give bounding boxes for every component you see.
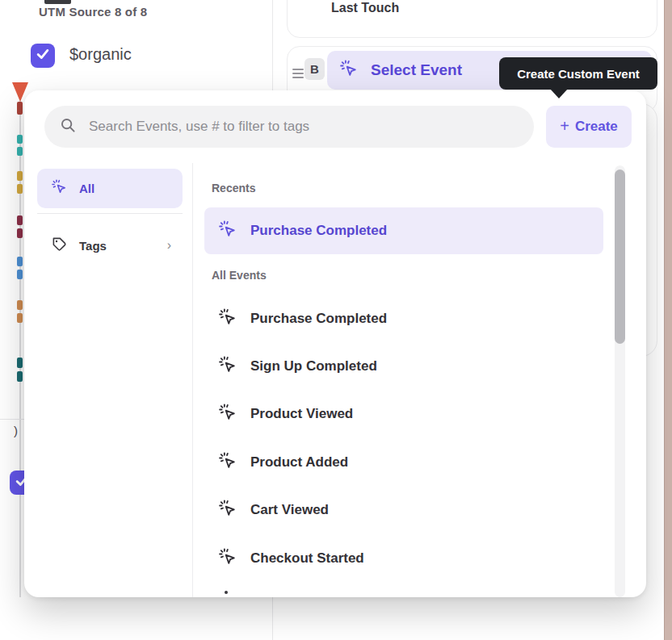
event-picker-panel: Search Events, use # to filter to tags +…	[24, 90, 646, 597]
select-event-label: Select Event	[371, 61, 462, 79]
clipped-next-row-fragment	[225, 591, 228, 594]
event-row[interactable]: Cart Viewed	[204, 487, 603, 533]
sidebar-all-label: All	[79, 182, 94, 195]
tag-icon	[52, 236, 67, 255]
chart-dash	[17, 171, 23, 181]
sidebar-divider	[37, 213, 183, 214]
search-placeholder: Search Events, use # to filter to tags	[89, 119, 309, 135]
recents-section-label: Recents	[212, 182, 255, 195]
event-row-label: Purchase Completed	[250, 311, 387, 327]
list-divider	[192, 163, 193, 597]
checkmark-icon	[35, 46, 51, 65]
tooltip: Create Custom Event	[499, 57, 657, 90]
event-spark-icon	[219, 308, 237, 329]
event-spark-icon	[219, 500, 237, 521]
create-event-button[interactable]: + Create	[546, 106, 632, 148]
event-row[interactable]: Product Added	[204, 439, 603, 486]
scrollbar-thumb[interactable]	[615, 169, 625, 344]
organic-label[interactable]: $organic	[69, 45, 132, 64]
event-row[interactable]: Sign Up Completed	[204, 343, 603, 390]
chart-dash	[17, 270, 23, 279]
chart-dash	[17, 358, 23, 368]
chart-dash	[17, 371, 23, 382]
event-row-label: Sign Up Completed	[250, 358, 377, 374]
event-spark-icon	[219, 548, 237, 569]
event-spark-icon	[219, 220, 237, 241]
event-spark-icon	[219, 356, 237, 377]
event-row-label: Purchase Completed	[250, 223, 387, 239]
event-row-label: Product Added	[250, 454, 348, 471]
event-row-label: Cart Viewed	[250, 502, 329, 518]
create-button-label: Create	[575, 119, 618, 135]
right-edge-strip	[664, 0, 672, 640]
chart-dash	[17, 257, 23, 266]
tooltip-arrow	[550, 89, 568, 98]
block-badge: B	[304, 58, 325, 80]
sidebar-item-tags[interactable]: Tags ›	[37, 226, 183, 265]
chart-dash	[17, 313, 23, 323]
last-touch-card: Last Touch	[287, 0, 657, 38]
utm-source-header: UTM Source 8 of 8	[39, 5, 147, 19]
event-spark-icon	[219, 404, 237, 425]
clipped-paren-fragment: )	[14, 424, 18, 437]
plus-icon: +	[560, 117, 569, 136]
chevron-right-icon: ›	[167, 238, 171, 253]
chart-dash	[17, 300, 23, 310]
tooltip-text: Create Custom Event	[517, 67, 640, 81]
chart-dash	[17, 147, 23, 156]
event-spark-icon	[219, 452, 237, 473]
event-row[interactable]: Purchase Completed	[204, 295, 603, 342]
event-spark-icon	[340, 60, 358, 81]
event-row-label: Product Viewed	[250, 406, 353, 422]
chart-dash	[17, 228, 23, 238]
event-row-label: Checkout Started	[250, 550, 364, 567]
event-search-input[interactable]: Search Events, use # to filter to tags	[44, 106, 534, 148]
chart-axis-line	[19, 90, 21, 597]
last-touch-label: Last Touch	[331, 1, 399, 15]
event-row-selected[interactable]: Purchase Completed	[204, 207, 603, 254]
all-events-section-label: All Events	[212, 269, 267, 282]
chart-dash	[17, 184, 23, 194]
event-spark-icon	[52, 179, 67, 198]
drag-handle-icon[interactable]	[292, 69, 304, 78]
organic-checkbox[interactable]	[31, 44, 55, 68]
chart-dash	[17, 102, 23, 115]
left-divider	[0, 419, 24, 420]
search-icon	[59, 116, 77, 137]
sidebar-item-all[interactable]: All	[37, 169, 183, 208]
chart-dash	[17, 215, 23, 225]
screen: UTM Source 8 of 8 $organic Last Touch B …	[0, 0, 672, 640]
event-row[interactable]: Checkout Started	[204, 535, 603, 582]
sidebar-tags-label: Tags	[79, 239, 107, 253]
chart-dash	[17, 135, 23, 144]
event-row[interactable]: Product Viewed	[204, 391, 603, 437]
clipped-text-fragment	[44, 0, 71, 4]
